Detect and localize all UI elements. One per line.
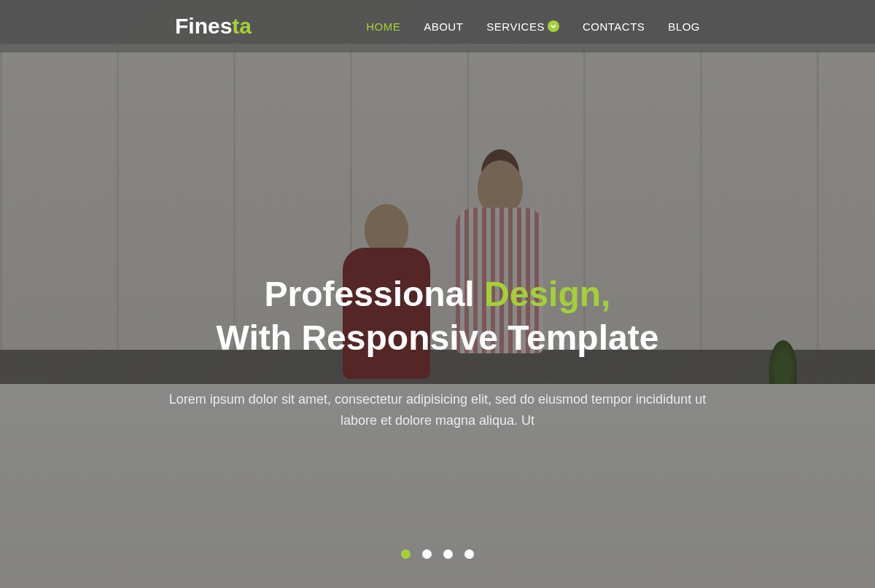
nav-blog[interactable]: BLOG xyxy=(668,20,700,33)
hero-content: Professional Design, With Responsive Tem… xyxy=(0,52,875,549)
nav-contacts-label: CONTACTS xyxy=(583,20,645,33)
slider-dots xyxy=(0,549,875,588)
nav-home[interactable]: HOME xyxy=(366,20,400,33)
slider-dot-4[interactable] xyxy=(464,549,474,559)
brand-part1: Fines xyxy=(175,14,232,38)
headline-part1: Professional xyxy=(265,275,484,313)
brand-logo[interactable]: Finesta xyxy=(175,14,252,39)
slider-dot-1[interactable] xyxy=(401,549,411,559)
hero-section: Finesta HOME ABOUT SERVICES CONTACTS BLO… xyxy=(0,0,875,588)
slider-dot-2[interactable] xyxy=(422,549,432,559)
chevron-down-icon xyxy=(548,20,559,32)
hero-subtext: Lorem ipsum dolor sit amet, consectetur … xyxy=(160,389,715,431)
slider-dot-3[interactable] xyxy=(443,549,453,559)
hero-headline: Professional Design, With Responsive Tem… xyxy=(217,273,659,360)
nav-home-label: HOME xyxy=(366,20,400,33)
nav-contacts[interactable]: CONTACTS xyxy=(583,20,645,33)
nav-about[interactable]: ABOUT xyxy=(424,20,463,33)
headline-accent: Design, xyxy=(484,275,610,313)
headline-part2: With Responsive Template xyxy=(217,318,659,357)
nav-services[interactable]: SERVICES xyxy=(486,20,559,33)
brand-part2: ta xyxy=(232,14,252,38)
nav-blog-label: BLOG xyxy=(668,20,700,33)
nav-services-label: SERVICES xyxy=(486,20,545,33)
nav-links: HOME ABOUT SERVICES CONTACTS BLOG xyxy=(366,20,700,33)
top-nav: Finesta HOME ABOUT SERVICES CONTACTS BLO… xyxy=(0,0,875,52)
nav-about-label: ABOUT xyxy=(424,20,463,33)
